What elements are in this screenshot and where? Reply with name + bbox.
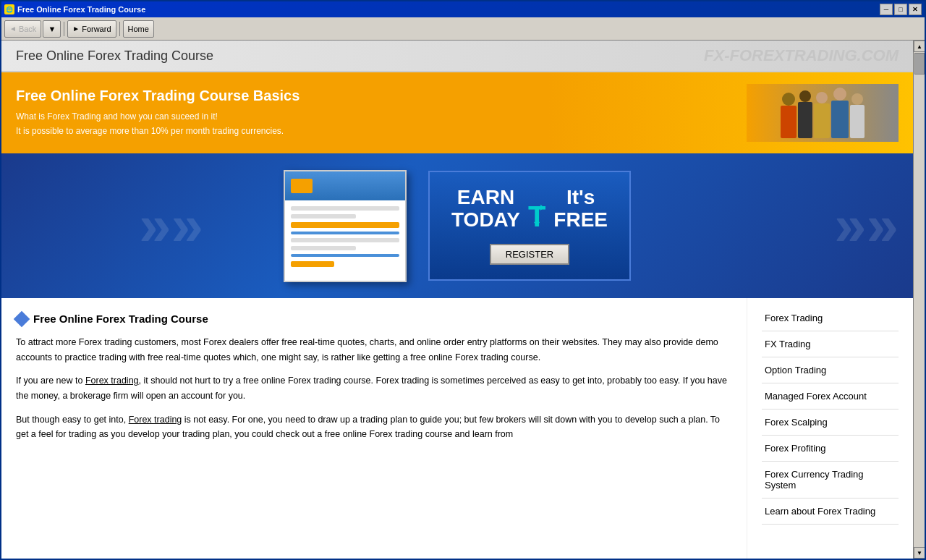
product-line6 [291, 246, 356, 250]
minimize-button[interactable]: ─ [880, 4, 893, 15]
sidebar-link[interactable]: FX Trading [762, 331, 899, 357]
toolbar-separator2 [119, 22, 120, 36]
scroll-down-btn[interactable]: ▼ [914, 547, 925, 559]
article-para3: But though easy to get into, Forex tradi… [16, 412, 732, 442]
back-button[interactable]: ◄ Back [4, 20, 41, 38]
article-title: Free Online Forex Trading Course [33, 313, 208, 325]
down-arrow-icon: ▼ [48, 25, 56, 33]
its-label: It's [553, 187, 608, 209]
article-para2: If you are new to Forex trading, it shou… [16, 373, 732, 403]
close-button[interactable]: ✕ [909, 4, 922, 15]
left-arrow-decoration: »» [139, 192, 203, 259]
product-line7 [291, 254, 399, 257]
toolbar-separator [64, 22, 64, 36]
browser-content: Free Online Forex Trading Course FX-FORE… [1, 41, 925, 559]
forward-arrow-icon: ► [72, 25, 80, 33]
diamond-icon [14, 310, 30, 327]
person2 [798, 90, 812, 138]
product-line3 [291, 222, 399, 228]
scrollbar: ▲ ▼ [913, 41, 925, 559]
sidebar-link[interactable]: Forex Trading [762, 305, 899, 331]
banner-line2: It is possible to average more than 10% … [16, 124, 300, 138]
forex-trading-link1[interactable]: Forex trading [85, 376, 139, 386]
its-free-text: It's FREE [553, 187, 608, 232]
site-title: Free Online Forex Trading Course [16, 48, 213, 64]
sidebar-link[interactable]: Learn about Forex Trading [762, 499, 899, 525]
para2-before: If you are new to [16, 376, 85, 386]
sidebar-link[interactable]: Forex Profiting [762, 436, 899, 462]
product-line4 [291, 232, 399, 234]
t-icon: → T ↓ [531, 187, 543, 231]
home-button[interactable]: Home [123, 20, 154, 38]
banner-heading: Free Online Forex Trading Course Basics [16, 88, 300, 104]
free-label: FREE [553, 209, 608, 232]
sidebar-link[interactable]: Forex Scalping [762, 410, 899, 436]
register-button[interactable]: REGISTER [490, 244, 569, 265]
vertical-arrow: ↓ [531, 204, 543, 231]
product-box-content [285, 200, 405, 276]
window-controls: ─ □ ✕ [880, 4, 922, 15]
scroll-thumb[interactable] [914, 53, 925, 75]
orange-banner: Free Online Forex Trading Course Basics … [1, 72, 913, 153]
product-line8 [291, 261, 334, 267]
back-arrow-icon: ◄ [9, 25, 17, 33]
person1 [781, 93, 797, 138]
banner-image [747, 84, 899, 142]
forex-trading-link2[interactable]: Forex trading [129, 415, 182, 425]
blue-section: »» »» [1, 153, 913, 298]
product-line2 [291, 214, 356, 219]
product-line5 [291, 238, 399, 242]
person3 [814, 92, 830, 138]
product-box-header [285, 171, 405, 200]
forward-button[interactable]: ► Forward [67, 20, 116, 38]
maximize-button[interactable]: □ [894, 4, 907, 15]
article-heading: Free Online Forex Trading Course [16, 313, 732, 325]
earn-today-box: EARN TODAY → T ↓ [428, 171, 631, 281]
scroll-track [914, 52, 925, 547]
person4 [831, 88, 849, 138]
product-logo [291, 179, 313, 193]
earn-box-top: EARN TODAY → T ↓ [451, 187, 608, 232]
banner-line1: What is Forex Trading and how you can su… [16, 110, 300, 124]
sidebar-link[interactable]: Forex Currency Trading System [762, 462, 899, 499]
article-para1: To attract more Forex trading customers,… [16, 335, 732, 365]
para3-before: But though easy to get into, [16, 415, 129, 425]
scroll-up-button[interactable]: ▲ [914, 41, 925, 52]
right-arrow-decoration: »» [834, 192, 899, 259]
sidebar-link[interactable]: Managed Forex Account [762, 383, 899, 410]
today-label: TODAY [451, 209, 520, 232]
sidebar-link[interactable]: Option Trading [762, 357, 899, 383]
window-icon: 🌐 [4, 4, 14, 14]
banner-text: Free Online Forex Trading Course Basics … [16, 88, 300, 137]
sidebar: Forex TradingFX TradingOption TradingMan… [747, 298, 913, 559]
scroll-down-button[interactable]: ▼ [43, 20, 61, 38]
toolbar: ◄ Back ▼ ► Forward Home [1, 17, 925, 41]
earn-label: EARN [451, 187, 520, 209]
title-bar: 🌐 Free Online Forex Trading Course ─ □ ✕ [1, 1, 925, 17]
down-teal-arrow: ↓ [531, 204, 543, 231]
site-domain: FX-FOREXTRADING.COM [704, 46, 899, 65]
person5 [850, 93, 865, 138]
article: Free Online Forex Trading Course To attr… [1, 298, 747, 559]
page: Free Online Forex Trading Course FX-FORE… [1, 41, 913, 559]
earn-today-text: EARN TODAY [451, 187, 520, 232]
product-box [284, 170, 407, 282]
product-line1 [291, 206, 399, 211]
site-header: Free Online Forex Trading Course FX-FORE… [1, 41, 913, 72]
people-group [781, 88, 865, 138]
main-content: Free Online Forex Trading Course To attr… [1, 298, 913, 559]
window-title: Free Online Forex Trading Course [17, 5, 145, 14]
